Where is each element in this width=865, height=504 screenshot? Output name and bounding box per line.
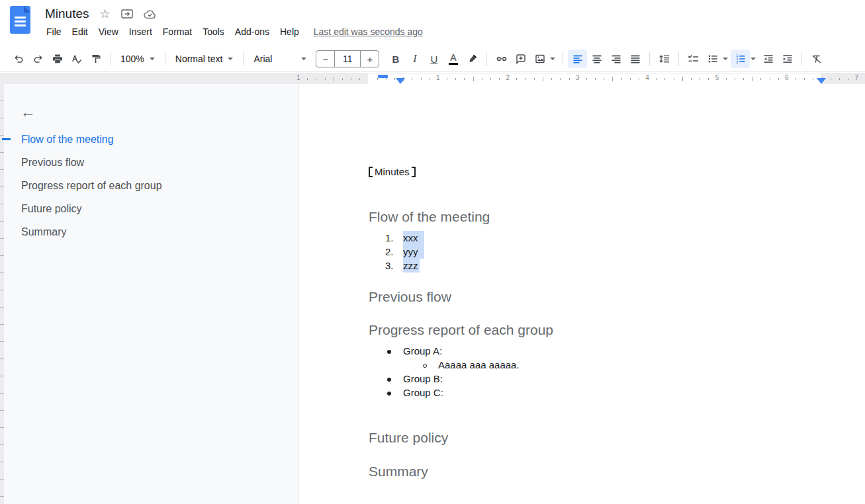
- underline-button[interactable]: U: [424, 50, 443, 68]
- ruler-tick: [551, 78, 552, 80]
- left-indent-marker[interactable]: [396, 78, 405, 84]
- ruler-tick: [359, 78, 360, 80]
- toolbar-divider: [678, 52, 679, 65]
- insert-link-button[interactable]: [492, 50, 511, 68]
- numbered-list-item: 2.yyy: [369, 245, 865, 259]
- align-right-button[interactable]: [606, 50, 625, 68]
- document-page[interactable]: Minutes Flow of the meeting 1.xxx2.yyy3.…: [298, 84, 865, 504]
- chevron-down-icon: [301, 58, 306, 60]
- ruler-label: 4: [645, 74, 649, 81]
- heading-flow-of-the-meeting: Flow of the meeting: [369, 210, 865, 224]
- heading-previous-flow: Previous flow: [369, 290, 865, 304]
- outline-item-flow-of-the-meeting[interactable]: Flow of the meeting: [4, 128, 298, 151]
- toolbar-divider: [649, 52, 650, 65]
- spelling-check-button[interactable]: [67, 50, 86, 68]
- increase-font-size-button[interactable]: +: [361, 51, 379, 67]
- ruler-tick: [394, 78, 395, 80]
- font-family-select[interactable]: Arial: [248, 50, 312, 68]
- ruler-tick: [455, 78, 456, 80]
- ruler-tick: [560, 78, 561, 80]
- bullet-dot-icon: [387, 344, 403, 358]
- ruler-tick: [351, 78, 351, 80]
- toolbar-divider: [563, 52, 563, 65]
- last-edit-link[interactable]: Last edit was seconds ago: [314, 26, 423, 37]
- ruler-tick: [682, 77, 683, 81]
- menu-file[interactable]: File: [41, 24, 67, 39]
- redo-button[interactable]: [28, 50, 48, 68]
- add-comment-button[interactable]: [511, 50, 530, 68]
- ruler-tick: [543, 77, 543, 81]
- increase-indent-button[interactable]: [778, 50, 797, 68]
- ruler-tick: [664, 78, 665, 80]
- ruler-tick: [316, 78, 316, 80]
- close-outline-button[interactable]: ←: [17, 101, 38, 122]
- star-icon[interactable]: ☆: [100, 8, 111, 20]
- right-indent-marker[interactable]: [817, 78, 826, 84]
- insert-image-button[interactable]: [530, 50, 549, 68]
- menu-format[interactable]: Format: [158, 24, 197, 39]
- paragraph-style-select[interactable]: Normal text: [170, 50, 239, 68]
- font-size-input[interactable]: 11: [334, 51, 361, 67]
- main-area: ← Flow of the meetingPrevious flowProgre…: [0, 84, 865, 504]
- cloud-saved-icon[interactable]: [144, 9, 156, 19]
- menu-addons[interactable]: Add-ons: [230, 24, 275, 39]
- ruler-tick: [525, 78, 526, 80]
- italic-button[interactable]: I: [405, 50, 424, 68]
- decrease-indent-button[interactable]: [758, 50, 778, 68]
- zoom-select[interactable]: 100%: [115, 50, 160, 68]
- align-left-button[interactable]: [568, 50, 587, 68]
- outline-item-summary[interactable]: Summary: [4, 220, 298, 243]
- ruler-tick: [700, 78, 700, 80]
- toolbar-divider: [801, 52, 802, 65]
- decrease-font-size-button[interactable]: −: [316, 51, 334, 67]
- first-line-indent-marker[interactable]: [378, 75, 388, 78]
- print-button[interactable]: [48, 50, 67, 68]
- ruler-tick: [386, 78, 387, 80]
- numbered-list-button[interactable]: 1 2 3: [731, 50, 750, 68]
- paint-format-button[interactable]: [86, 50, 105, 68]
- insert-image-dropdown[interactable]: [550, 58, 555, 60]
- numbered-list-item: 1.xxx: [369, 231, 865, 245]
- ruler-tick: [482, 78, 482, 80]
- ruler-tick: [674, 78, 674, 80]
- ruler-label: 7: [855, 74, 859, 81]
- ruler-tick: [813, 78, 813, 80]
- align-center-button[interactable]: [587, 50, 606, 68]
- ruler-tick: [630, 78, 631, 80]
- toolbar: 100% Normal text Arial − 11 + B I U A: [0, 46, 865, 72]
- document-title[interactable]: Minutes: [45, 7, 89, 21]
- text-color-button[interactable]: A: [443, 50, 463, 68]
- menu-tools[interactable]: Tools: [197, 24, 230, 39]
- undo-button[interactable]: [9, 50, 28, 68]
- bulleted-list-dropdown[interactable]: [723, 58, 728, 60]
- bullet-dot-icon: [387, 372, 403, 386]
- bulleted-list-button[interactable]: [703, 50, 722, 68]
- numbered-list-item: 3.zzz: [369, 259, 865, 273]
- clear-formatting-button[interactable]: [807, 50, 826, 68]
- font-size-control: − 11 +: [316, 50, 379, 67]
- menu-insert[interactable]: Insert: [124, 24, 158, 39]
- document-content: Minutes Flow of the meeting 1.xxx2.yyy3.…: [299, 84, 865, 479]
- move-folder-icon[interactable]: [121, 9, 133, 19]
- list-number: 1.: [385, 231, 403, 245]
- checklist-button[interactable]: [684, 50, 703, 68]
- ruler-tick: [778, 78, 779, 80]
- menu-edit[interactable]: Edit: [67, 24, 93, 39]
- numbered-list-dropdown[interactable]: [751, 58, 756, 60]
- ruler-tick: [752, 77, 752, 81]
- outline-item-label: Progress report of each group: [21, 180, 162, 192]
- menu-view[interactable]: View: [93, 24, 124, 39]
- bold-button[interactable]: B: [386, 50, 405, 68]
- heading-summary: Summary: [369, 464, 865, 479]
- highlight-color-button[interactable]: [463, 50, 482, 68]
- outline-item-progress-report-of-each-group[interactable]: Progress report of each group: [4, 174, 298, 197]
- outline-item-future-policy[interactable]: Future policy: [4, 197, 298, 220]
- outline-item-previous-flow[interactable]: Previous flow: [4, 151, 298, 174]
- horizontal-ruler: 11234567: [0, 73, 865, 84]
- line-spacing-button[interactable]: [655, 50, 674, 68]
- menu-help[interactable]: Help: [275, 24, 304, 39]
- ruler-tick: [569, 78, 570, 80]
- justify-button[interactable]: [625, 50, 645, 68]
- numbered-list-block: 1.xxx2.yyy3.zzz: [369, 231, 865, 273]
- google-docs-icon[interactable]: [10, 6, 30, 34]
